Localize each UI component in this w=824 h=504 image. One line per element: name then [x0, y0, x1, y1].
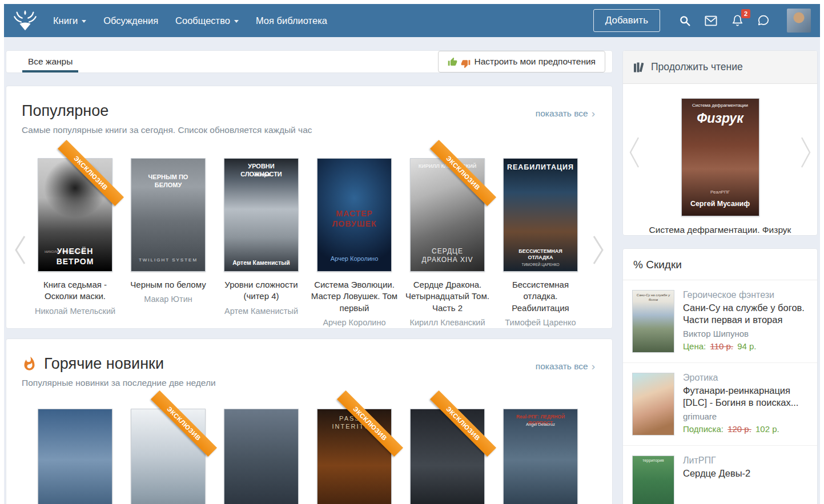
- hot-new-section: Горячие новинки показать все › Популярны…: [6, 338, 613, 504]
- books-icon: [633, 62, 645, 72]
- cover-text: РеалРПГ: [682, 189, 759, 195]
- chevron-down-icon: [234, 20, 239, 23]
- book-title-link[interactable]: Книга седьмая - Осколки маски.: [31, 279, 119, 303]
- menu-item-label: Книги: [53, 15, 78, 26]
- book-cover[interactable]: Система дефрагментации Физрук РеалРПГ Се…: [681, 98, 759, 216]
- menu-item-my-library[interactable]: Моя библиотека: [256, 15, 327, 26]
- book-title-link[interactable]: Черным по белому: [124, 279, 212, 291]
- book-thumbnail[interactable]: [632, 373, 674, 436]
- book-author-link[interactable]: Кирилл Клеванский: [403, 317, 492, 329]
- book-cover[interactable]: [224, 409, 299, 504]
- show-all-label: показать все: [536, 108, 588, 119]
- book-title-link[interactable]: Сердце Девы-2: [683, 467, 750, 479]
- tab-all-genres[interactable]: Все жанры: [22, 51, 78, 72]
- carousel-right-arrow[interactable]: [800, 134, 811, 173]
- chevron-down-icon: [82, 20, 86, 23]
- book-card: [215, 409, 308, 504]
- book-card: Real-РПГ: ЛЕДЯНОЙ ФОРПОСТ Angel Delacruz: [494, 409, 587, 504]
- book-cover[interactable]: [38, 409, 112, 504]
- book-cover[interactable]: ЧЕРНЫМ ПО БЕЛОМУ TWILIGHT SYSTEM: [131, 158, 206, 272]
- carousel-left-arrow[interactable]: [629, 134, 640, 173]
- book-thumbnail[interactable]: территория: [632, 455, 674, 504]
- book-author-link[interactable]: grimuare: [683, 412, 808, 421]
- menu-item-discussions[interactable]: Обсуждения: [103, 15, 158, 26]
- discount-item: Эротика Футанари-реинкарнация [DLC] - Бо…: [623, 362, 817, 445]
- genre-link[interactable]: Эротика: [683, 373, 808, 383]
- exclusive-ribbon: ЭКСКЛЮЗИВ: [430, 140, 496, 206]
- book-card: RЕАБИЛИТАЦИЯ БЕССИСТЕМНАЯ ОТЛАДКА ТИМОФЕ…: [494, 158, 587, 328]
- hot-books-row: ЭКСКЛЮЗИВ PASSIM INTERITUM ЭКСКЛЮЗИВ: [6, 409, 612, 504]
- book-author-link[interactable]: Макар Ютин: [124, 294, 212, 305]
- book-cover[interactable]: КИРИЛЛ КЛЕВАНСКИЙ СЕРДЦЕ ДРАКОНА XIV ЭКС…: [410, 158, 485, 272]
- add-button[interactable]: Добавить: [593, 9, 660, 32]
- book-author-link[interactable]: Артем Каменистый: [217, 306, 306, 317]
- book-cover[interactable]: УРОВНИ СЛОЖНОСТИ Читер4 Артем Каменистый: [224, 158, 299, 272]
- cover-text: Физрук: [682, 110, 759, 127]
- old-price: 110 р.: [710, 341, 733, 351]
- cover-text: СЕРДЦЕ ДРАКОНА XIV: [411, 247, 484, 264]
- cover-text: МАСТЕР ЛОВУШЕК: [317, 209, 391, 229]
- discount-item: Сани-Су на службе у богов Героическое фэ…: [623, 280, 817, 362]
- book-title-link[interactable]: Футанари-реинкарнация [DLC] - Богиня в п…: [683, 385, 808, 409]
- menu-item-label: Обсуждения: [103, 15, 158, 26]
- book-cover[interactable]: НИКОЛАЙ МЕТЕЛЬСКИЙ УНЕСЁН ВЕТРОМ ЭКСКЛЮЗ…: [38, 158, 112, 272]
- menu-item-books[interactable]: Книги: [53, 15, 86, 26]
- cover-text: Сани-Су на службе у богов: [633, 293, 674, 302]
- book-author-link[interactable]: Тимофей Царенко: [496, 317, 585, 329]
- nav-right-controls: Добавить 2: [593, 9, 811, 33]
- book-title-link[interactable]: Уровни сложности (читер 4): [217, 279, 306, 303]
- book-cover[interactable]: RЕАБИЛИТАЦИЯ БЕССИСТЕМНАЯ ОТЛАДКА ТИМОФЕ…: [503, 158, 578, 272]
- book-card: ЧЕРНЫМ ПО БЕЛОМУ TWILIGHT SYSTEM Черным …: [122, 158, 215, 328]
- continue-reading-header: Продолжить чтение: [623, 51, 817, 84]
- cover-text: Арчер Королино: [317, 255, 391, 263]
- preferences-button[interactable]: Настроить мои предпочтения: [438, 51, 605, 72]
- cover-text: ЧЕРНЫМ ПО БЕЛОМУ: [131, 174, 205, 189]
- old-price: 120 р.: [727, 424, 751, 434]
- book-title-link[interactable]: Сани-Су на службе у богов. Части первая …: [683, 302, 808, 326]
- cover-text: УНЕСЁН ВЕТРОМ: [38, 247, 112, 267]
- notifications-bell-icon[interactable]: 2: [731, 14, 743, 27]
- exclusive-ribbon: ЭКСКЛЮЗИВ: [58, 140, 124, 206]
- book-cover[interactable]: ЭКСКЛЮЗИВ: [410, 409, 485, 504]
- carousel-left-arrow[interactable]: [13, 233, 27, 269]
- genre-link[interactable]: Героическое фэнтези: [683, 290, 808, 300]
- cover-text: Сергей Мусаниф: [682, 200, 759, 209]
- book-author-link[interactable]: Арчер Королино: [310, 317, 399, 329]
- continue-reading-book-link[interactable]: Система дефрагментации. Физрук: [623, 225, 817, 235]
- app-frame: Книги Обсуждения Сообщество Моя библиоте…: [4, 4, 820, 504]
- chat-icon[interactable]: [757, 14, 770, 27]
- hot-show-all-link[interactable]: показать все ›: [536, 361, 595, 372]
- price-label: Подписка:: [683, 424, 723, 434]
- popular-subtitle: Самые популярные книги за сегодня. Списо…: [22, 125, 595, 135]
- book-thumbnail[interactable]: Сани-Су на службе у богов: [632, 290, 674, 353]
- thumbs-up-icon: [448, 57, 457, 67]
- book-author-link[interactable]: Николай Метельский: [31, 306, 119, 317]
- user-avatar[interactable]: [787, 9, 811, 33]
- top-navigation: Книги Обсуждения Сообщество Моя библиоте…: [4, 4, 820, 37]
- search-icon[interactable]: [678, 14, 691, 27]
- book-cover[interactable]: PASSIM INTERITUM ЭКСКЛЮЗИВ: [317, 409, 392, 504]
- continue-reading-title: Продолжить чтение: [651, 61, 743, 73]
- continue-reading-carousel: Система дефрагментации Физрук РеалРПГ Се…: [623, 84, 817, 235]
- book-cover[interactable]: ЭКСКЛЮЗИВ: [131, 409, 206, 504]
- book-title-link[interactable]: Сердце Дракона. Четырнадцатый Том. Часть…: [403, 279, 492, 314]
- book-card: ЭКСКЛЮЗИВ: [401, 409, 494, 504]
- sidebar: Продолжить чтение Система дефрагментации…: [622, 50, 818, 504]
- menu-item-community[interactable]: Сообщество: [175, 15, 239, 26]
- new-price: 102 р.: [755, 424, 779, 434]
- carousel-right-arrow[interactable]: [592, 233, 605, 269]
- popular-books-row: НИКОЛАЙ МЕТЕЛЬСКИЙ УНЕСЁН ВЕТРОМ ЭКСКЛЮЗ…: [6, 158, 612, 328]
- mail-icon[interactable]: [705, 14, 717, 27]
- book-cover[interactable]: МАСТЕР ЛОВУШЕК Арчер Королино: [317, 158, 392, 272]
- popular-title: Популярное: [22, 102, 108, 120]
- exclusive-ribbon: ЭКСКЛЮЗИВ: [151, 390, 217, 457]
- book-title-link[interactable]: Бессистемная отладка. Реабилитация: [496, 279, 585, 314]
- flame-icon: [22, 356, 37, 372]
- genre-link[interactable]: ЛитРПГ: [683, 455, 750, 466]
- book-title-link[interactable]: Система Эволюции. Мастер Ловушек. Том пе…: [310, 279, 399, 314]
- main-menu: Книги Обсуждения Сообщество Моя библиоте…: [53, 15, 327, 26]
- site-logo-icon[interactable]: [12, 7, 38, 34]
- book-author-link[interactable]: Виктор Шипунов: [683, 329, 808, 338]
- popular-show-all-link[interactable]: показать все ›: [536, 108, 595, 119]
- book-cover[interactable]: Real-РПГ: ЛЕДЯНОЙ ФОРПОСТ Angel Delacruz: [503, 409, 578, 504]
